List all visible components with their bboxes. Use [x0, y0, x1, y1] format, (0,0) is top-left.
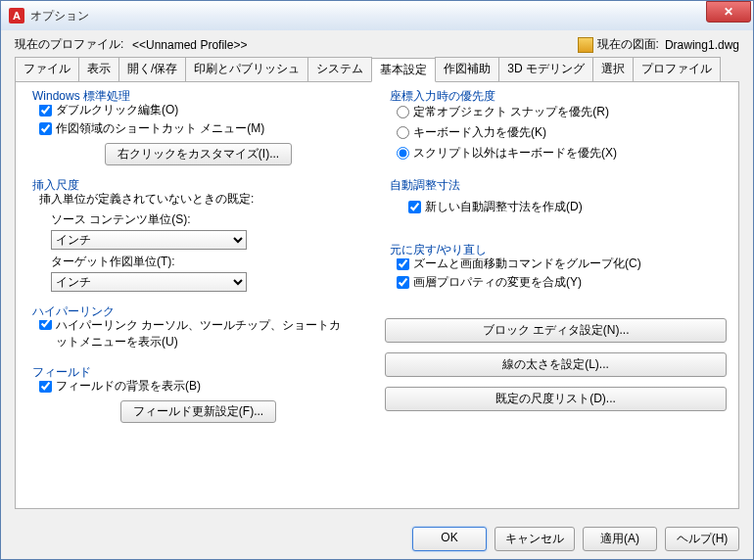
app-icon: A — [9, 8, 24, 23]
window-title: オプション — [30, 8, 706, 24]
tab-drafting[interactable]: 作図補助 — [435, 57, 499, 81]
group-coord-priority: 座標入力時の優先度 定常オブジェクト スナップを優先(R) キーボード入力を優先… — [383, 90, 729, 173]
group-windows-standard: Windows 標準処理 ダブルクリック編集(O) 作図領域のショートカット メ… — [25, 90, 371, 173]
chk-assoc-dim-input[interactable] — [408, 201, 421, 213]
current-drawing-value: Drawing1.dwg — [665, 38, 739, 52]
tab-file[interactable]: ファイル — [15, 57, 79, 81]
radio-osnap-priority[interactable]: 定常オブジェクト スナップを優先(R) — [397, 104, 721, 120]
radio-label: 定常オブジェクト スナップを優先(R) — [413, 104, 609, 120]
chk-field-bg-input[interactable] — [39, 380, 52, 393]
tab-strip: ファイル 表示 開く/保存 印刷とパブリッシュ システム 基本設定 作図補助 3… — [15, 57, 739, 82]
chk-shortcut-menu[interactable]: 作図領域のショートカット メニュー(M) — [39, 120, 363, 137]
tab-body: Windows 標準処理 ダブルクリック編集(O) 作図領域のショートカット メ… — [15, 82, 739, 509]
group-hyperlink: ハイパーリンク ハイパーリンク カーソル、ツールチップ、ショートカットメニューを… — [25, 305, 371, 360]
group-title: Windows 標準処理 — [29, 88, 133, 105]
btn-rightclick-customize[interactable]: 右クリックをカスタマイズ(I)... — [105, 143, 292, 165]
help-button[interactable]: ヘルプ(H) — [665, 527, 739, 551]
chk-label: ハイパーリンク カーソル、ツールチップ、ショートカットメニューを表示(U) — [56, 317, 350, 350]
radio-input[interactable] — [397, 126, 409, 139]
target-units-label: ターゲット作図単位(T): — [51, 254, 363, 270]
close-button[interactable]: ✕ — [706, 1, 751, 23]
group-title: 自動調整寸法 — [387, 177, 463, 194]
current-profile-value: <<Unnamed Profile>> — [132, 38, 578, 52]
target-units-select[interactable]: インチ — [51, 272, 247, 292]
cancel-button[interactable]: キャンセル — [495, 527, 575, 551]
group-field: フィールド フィールドの背景を表示(B) フィールド更新設定(F)... — [25, 366, 371, 431]
chk-dblclick-edit-input[interactable] — [39, 104, 52, 117]
tab-open-save[interactable]: 開く/保存 — [118, 57, 186, 81]
radio-keyboard-except-script[interactable]: スクリプト以外はキーボードを優先(X) — [397, 145, 721, 162]
tab-preferences[interactable]: 基本設定 — [371, 58, 436, 82]
btn-field-update-settings[interactable]: フィールド更新設定(F)... — [120, 400, 276, 423]
tab-selection[interactable]: 選択 — [592, 57, 634, 81]
group-title: 座標入力時の優先度 — [387, 88, 498, 105]
tab-print-publish[interactable]: 印刷とパブリッシュ — [185, 57, 308, 81]
chk-label: 新しい自動調整寸法を作成(D) — [425, 199, 583, 215]
current-profile-label: 現在のプロファイル: — [15, 36, 132, 53]
profile-row: 現在のプロファイル: <<Unnamed Profile>> 現在の図面: Dr… — [15, 36, 739, 53]
chk-input[interactable] — [397, 276, 409, 289]
btn-block-editor-settings[interactable]: ブロック エディタ設定(N)... — [385, 318, 727, 343]
source-units-select[interactable]: インチ — [51, 230, 247, 250]
chk-combine-layer[interactable]: 画層プロパティの変更を合成(Y) — [397, 274, 721, 291]
chk-label: 作図領域のショートカット メニュー(M) — [56, 120, 264, 137]
radio-label: スクリプト以外はキーボードを優先(X) — [413, 145, 617, 162]
group-title: 元に戻す/やり直し — [387, 242, 490, 258]
radio-keyboard-priority[interactable]: キーボード入力を優先(K) — [397, 124, 721, 141]
radio-input[interactable] — [397, 106, 409, 118]
group-assoc-dim: 自動調整寸法 新しい自動調整寸法を作成(D) — [383, 179, 729, 238]
tab-display[interactable]: 表示 — [78, 57, 119, 81]
dialog-footer: OK キャンセル 適用(A) ヘルプ(H) — [1, 519, 753, 559]
group-undo-redo: 元に戻す/やり直し ズームと画面移動コマンドをグループ化(C) 画層プロパティの… — [383, 244, 729, 301]
chk-assoc-dim[interactable]: 新しい自動調整寸法を作成(D) — [408, 199, 721, 215]
titlebar: A オプション ✕ — [1, 1, 753, 30]
ok-button[interactable]: OK — [412, 527, 487, 551]
radio-label: キーボード入力を優先(K) — [413, 124, 546, 141]
group-title: フィールド — [29, 364, 94, 381]
tab-profiles[interactable]: プロファイル — [633, 57, 721, 81]
btn-default-scale-list[interactable]: 既定の尺度リスト(D)... — [385, 387, 727, 411]
options-dialog: A オプション ✕ 現在のプロファイル: <<Unnamed Profile>>… — [0, 0, 754, 560]
group-title: ハイパーリンク — [29, 303, 118, 320]
tab-system[interactable]: システム — [307, 57, 372, 81]
chk-label: 画層プロパティの変更を合成(Y) — [413, 274, 582, 291]
btn-lineweight-settings[interactable]: 線の太さを設定(L)... — [385, 352, 727, 377]
tab-3d-modeling[interactable]: 3D モデリング — [498, 57, 593, 81]
group-title: 挿入尺度 — [29, 177, 82, 194]
insert-scale-desc: 挿入単位が定義されていないときの既定: — [39, 191, 363, 208]
apply-button[interactable]: 適用(A) — [583, 527, 657, 551]
right-column: 座標入力時の優先度 定常オブジェクト スナップを優先(R) キーボード入力を優先… — [383, 90, 729, 500]
source-units-label: ソース コンテンツ単位(S): — [51, 211, 363, 228]
close-icon: ✕ — [724, 5, 733, 19]
chk-hyperlink[interactable]: ハイパーリンク カーソル、ツールチップ、ショートカットメニューを表示(U) — [39, 317, 363, 350]
content-area: 現在のプロファイル: <<Unnamed Profile>> 現在の図面: Dr… — [1, 30, 753, 519]
left-column: Windows 標準処理 ダブルクリック編集(O) 作図領域のショートカット メ… — [25, 90, 371, 500]
drawing-icon — [578, 37, 593, 53]
radio-input[interactable] — [397, 147, 409, 160]
chk-shortcut-menu-input[interactable] — [39, 122, 52, 135]
group-insert-scale: 挿入尺度 挿入単位が定義されていないときの既定: ソース コンテンツ単位(S):… — [25, 179, 371, 300]
chk-input[interactable] — [397, 257, 409, 270]
current-drawing-label: 現在の図面: — [597, 36, 659, 53]
